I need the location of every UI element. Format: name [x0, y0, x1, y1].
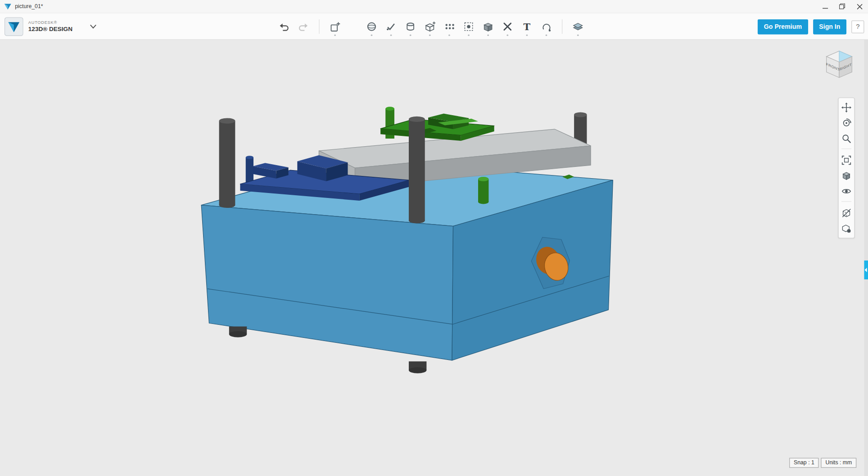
material-view-icon [841, 223, 851, 233]
extrude-tool-button[interactable] [402, 17, 419, 36]
sketch-tool-button[interactable] [383, 17, 399, 36]
navigation-toolbar [838, 98, 855, 238]
brand-line2: 123D® DESIGN [28, 26, 72, 33]
post-body[interactable] [219, 121, 235, 205]
brand-text: AUTODESK® 123D® DESIGN [28, 21, 72, 32]
flyout-dot-icon [390, 34, 392, 36]
post-top [409, 117, 425, 122]
combine-tool-button[interactable] [480, 17, 497, 36]
minimize-button[interactable] [817, 0, 834, 13]
flyout-dot-icon [468, 34, 470, 36]
hidden-edges-icon [841, 208, 851, 218]
status-bar: Snap : 1 Units : mm [789, 458, 856, 468]
toolbar-separator [562, 19, 562, 34]
foot-center[interactable] [409, 361, 426, 373]
pan-icon [841, 103, 851, 112]
help-button[interactable]: ? [851, 20, 864, 33]
view-cube[interactable]: FRONT RIGHT [823, 48, 855, 83]
zoom-icon [841, 134, 851, 144]
construct-tool-button[interactable] [421, 17, 438, 36]
combine-icon [482, 21, 494, 33]
sign-in-button[interactable]: Sign In [813, 19, 846, 34]
app-menu-button[interactable]: AUTODESK® 123D® DESIGN [5, 13, 96, 40]
flyout-dot-icon [577, 34, 579, 36]
restore-icon [839, 3, 845, 9]
green-cylinder[interactable] [478, 177, 488, 204]
document-title: picture_01* [15, 3, 43, 9]
visibility-button[interactable] [840, 184, 853, 198]
split-icon [502, 21, 514, 33]
restore-button[interactable] [834, 0, 851, 13]
snap-tool-button[interactable] [461, 17, 477, 36]
snap-icon [462, 21, 475, 33]
primitives-tool-button[interactable] [363, 17, 380, 36]
green-cylinder-top [478, 177, 488, 181]
tweak-tool-button[interactable] [538, 17, 555, 36]
transform-tool-button[interactable] [327, 17, 344, 36]
foot-bottom [229, 331, 247, 337]
snap-setting[interactable]: Snap : 1 [789, 458, 819, 468]
guide-post-left[interactable] [219, 118, 235, 208]
foot-bottom [409, 367, 426, 373]
units-setting[interactable]: Units : mm [821, 458, 857, 468]
foot-left[interactable] [229, 327, 247, 337]
guide-post-center[interactable] [409, 117, 425, 224]
shaded-view-icon [841, 171, 851, 180]
transform-icon [329, 21, 341, 33]
pan-button[interactable] [840, 100, 853, 115]
chevron-down-icon[interactable] [90, 24, 96, 29]
undo-button[interactable] [276, 17, 292, 36]
flyout-dot-icon [546, 34, 547, 36]
right-edge-rail[interactable] [864, 40, 868, 476]
orbit-icon [841, 118, 851, 128]
orbit-button[interactable] [840, 116, 853, 130]
main-toolbar: AUTODESK® 123D® DESIGN [0, 13, 868, 40]
blue-standoff-top [246, 156, 253, 159]
flyout-dot-icon [334, 34, 336, 36]
app-logo-icon [4, 3, 12, 10]
pattern-tool-button[interactable] [441, 17, 457, 36]
primitives-icon [366, 21, 378, 33]
text-icon: T [521, 21, 533, 33]
shaded-view-button[interactable] [840, 169, 853, 183]
material-view-button[interactable] [840, 221, 853, 236]
scene-canvas[interactable] [0, 40, 868, 476]
split-tool-button[interactable] [499, 17, 516, 36]
flyout-dot-icon [371, 34, 373, 36]
zoom-window-button[interactable] [840, 153, 853, 167]
flyout-dot-icon [506, 34, 508, 36]
viewport[interactable]: FRONT RIGHT [0, 40, 868, 476]
post-body[interactable] [409, 119, 425, 220]
titlebar: picture_01* [0, 0, 868, 13]
green-cylinder-body[interactable] [478, 179, 488, 202]
green-pcb[interactable] [380, 107, 494, 141]
panel-expand-tab[interactable] [864, 260, 868, 279]
visibility-icon [841, 186, 851, 196]
pattern-icon [443, 21, 455, 33]
nav-separator [841, 148, 851, 152]
toolbar-separator [319, 19, 319, 34]
redo-button[interactable] [295, 17, 312, 36]
text-tool-button[interactable]: T [519, 17, 535, 36]
construct-icon [424, 21, 436, 33]
close-button[interactable] [851, 0, 868, 13]
zoom-button[interactable] [840, 131, 853, 146]
hidden-edges-button[interactable] [840, 206, 853, 220]
account-actions: Go Premium Sign In ? [758, 13, 864, 40]
material-tool-button[interactable] [570, 17, 586, 36]
sketch-icon [385, 21, 397, 33]
green-standoff-top [385, 107, 394, 111]
svg-text:T: T [524, 21, 531, 32]
close-icon [857, 4, 862, 9]
post-top [219, 118, 235, 123]
redo-icon [297, 21, 309, 33]
tweak-icon [540, 21, 552, 33]
go-premium-button[interactable]: Go Premium [758, 19, 808, 34]
blue-standoff[interactable] [246, 157, 253, 183]
minimize-icon [822, 4, 827, 9]
brand-line1: AUTODESK® [28, 21, 72, 26]
flyout-dot-icon [429, 34, 431, 36]
flyout-dot-icon [410, 34, 411, 36]
brand-logo-icon [5, 17, 23, 36]
application-window: picture_01* [0, 0, 868, 476]
